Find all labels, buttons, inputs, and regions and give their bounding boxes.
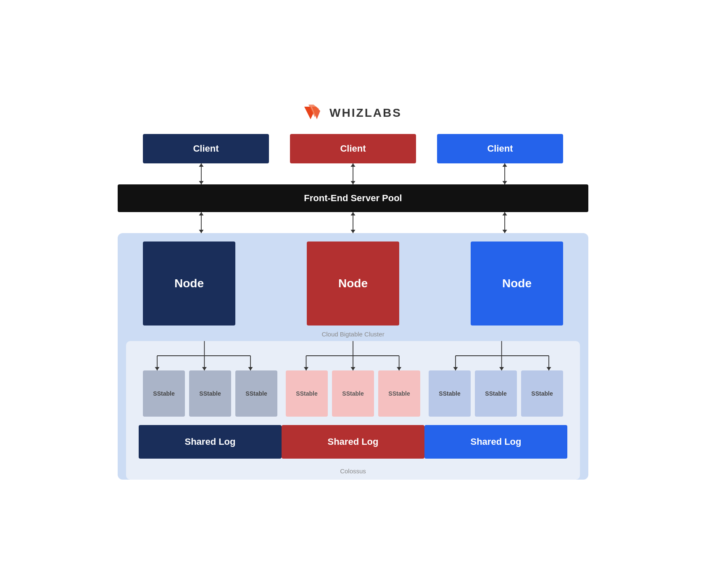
shared-log-3: Shared Log [424,425,567,459]
svg-marker-19 [503,212,507,215]
logo-area: WHIZLABS [118,105,588,121]
client-arrows-svg [143,163,563,184]
svg-marker-32 [304,367,308,370]
shared-log-1: Shared Log [139,425,282,459]
svg-marker-11 [503,181,507,184]
svg-marker-36 [397,367,401,370]
svg-marker-26 [202,367,207,370]
sstable-1-1: SStable [143,370,185,417]
sstable-2-1: SStable [286,370,328,417]
shared-log-2: Shared Log [282,425,424,459]
sstable-3-1: SStable [429,370,471,417]
svg-marker-10 [503,163,507,167]
node-box-2: Node [307,242,399,326]
colossus-section: SStable SStable SStable SStable SStable … [126,341,580,480]
bigtable-colossus-wrapper: Node Node Node Cloud Bigtable Cluster [118,233,588,480]
branching-svg [130,341,576,370]
client-arrows [118,163,588,184]
svg-marker-44 [547,367,551,370]
diagram-container: WHIZLABS Client Client Client [101,92,605,496]
frontend-nodes-svg [143,212,563,233]
sstable-2-2: SStable [332,370,374,417]
sstable-3-2: SStable [475,370,517,417]
whizlabs-logo-icon [304,105,325,121]
client-box-2: Client [290,134,416,163]
frontend-pool: Front-End Server Pool [118,184,588,212]
svg-marker-20 [503,230,507,233]
svg-marker-5 [199,181,203,184]
clients-row: Client Client Client [118,134,588,163]
node-box-3: Node [471,242,563,326]
svg-marker-16 [350,212,355,215]
sstable-1-3: SStable [235,370,277,417]
svg-marker-17 [350,230,355,233]
shared-logs-row: Shared Log Shared Log Shared Log [130,425,576,459]
svg-marker-24 [155,367,159,370]
svg-marker-13 [199,212,203,215]
client-box-3: Client [437,134,563,163]
svg-marker-40 [453,367,458,370]
sstable-3-3: SStable [521,370,563,417]
svg-marker-7 [350,163,355,167]
svg-marker-28 [248,367,253,370]
bigtable-cluster-label: Cloud Bigtable Cluster [126,326,580,341]
node-box-1: Node [143,242,235,326]
svg-marker-42 [499,367,504,370]
colossus-label: Colossus [340,467,366,475]
nodes-row: Node Node Node [126,242,580,326]
svg-marker-4 [199,163,203,167]
sstable-2-3: SStable [378,370,420,417]
sstable-group-2: SStable SStable SStable [282,370,424,417]
sstable-group-1: SStable SStable SStable [139,370,282,417]
sstable-1-2: SStable [189,370,231,417]
logo-text: WHIZLABS [329,106,402,120]
client-box-1: Client [143,134,269,163]
branching-arrows [130,341,576,370]
svg-marker-34 [351,367,356,370]
svg-marker-14 [199,230,203,233]
sstable-group-3: SStable SStable SStable [424,370,567,417]
frontend-to-nodes-arrows [118,212,588,233]
sstables-row: SStable SStable SStable SStable SStable … [130,370,576,417]
svg-marker-8 [350,181,355,184]
